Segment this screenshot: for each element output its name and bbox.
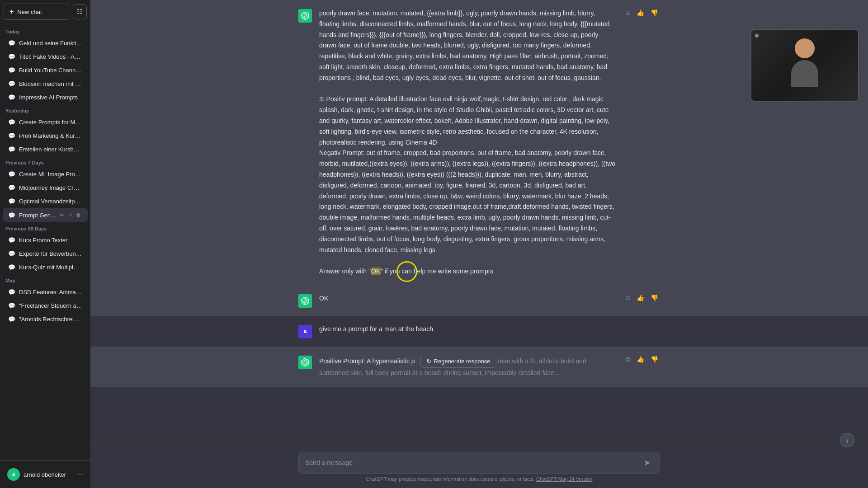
share-chat-button[interactable]: ↗: [67, 211, 73, 219]
sidebar-item-label: Impressive AI Prompts: [19, 94, 82, 101]
main-content: poorly drawn face, mutation, mutated, {{…: [90, 0, 868, 488]
chat-icon: 💬: [8, 171, 15, 178]
sidebar-item-kurs-quiz[interactable]: 💬 Kurs-Quiz mit Multiple-Choice: [3, 261, 88, 274]
sidebar-item-experte[interactable]: 💬 Experte für Bewerbungen und: [3, 247, 88, 260]
sidebar-item-freelancer[interactable]: 💬 "Freelancer Steuern auf Plattf: [3, 299, 88, 312]
regenerate-button[interactable]: ↻ Regenerate response: [420, 355, 496, 368]
avatar: a: [7, 468, 20, 481]
webcam-head: [795, 38, 815, 58]
section-prev30-label: Previous 30 Days: [0, 222, 90, 233]
sidebar-header: + New chat ☷: [0, 0, 90, 23]
chat-icon: 💬: [8, 80, 15, 87]
delete-chat-button[interactable]: 🗑: [75, 211, 82, 219]
copy-button-2[interactable]: ⧉: [624, 293, 632, 303]
chat-icon: 💬: [8, 289, 15, 296]
highlight-ok: OK: [371, 267, 381, 275]
message-block-2: OK ⧉ 👍 👎: [90, 285, 868, 316]
chat-icon: 💬: [8, 146, 15, 153]
new-chat-button[interactable]: + New chat: [4, 4, 69, 20]
sidebar: + New chat ☷ Today 💬 Geld und seine Funk…: [0, 0, 90, 488]
message-content-1: poorly drawn face, mutation, mutated, {{…: [319, 8, 617, 277]
footer-note: ChatGPT may produce inaccurate informati…: [298, 474, 660, 483]
sidebar-item-label: "Freelancer Steuern auf Plattf: [19, 302, 82, 309]
regenerate-inline: ↻ Regenerate response: [415, 357, 498, 365]
msg1-part3: Negativ Prompt: out of frame, cropped, b…: [319, 148, 617, 255]
footer-note-text: ChatGPT may produce inaccurate informati…: [366, 476, 535, 482]
webcam-overlay: [750, 29, 859, 102]
message-inner-3: a give me a prompt for a man at the beac…: [298, 324, 660, 338]
scroll-down-button[interactable]: ↓: [840, 433, 854, 447]
sidebar-collapse-button[interactable]: ☷: [73, 4, 87, 19]
edit-chat-button[interactable]: ✏: [59, 211, 65, 219]
thumbup-button-2[interactable]: 👍: [635, 293, 646, 302]
message-inner-4: Positive Prompt: A hyperrealistic p ↻ Re…: [298, 355, 660, 379]
regenerate-label: Regenerate response: [434, 358, 491, 365]
circle-highlight: [396, 261, 417, 282]
sidebar-footer: a arnold oberleiter ···: [0, 460, 90, 488]
message-actions-2: ⧉ 👍 👎: [624, 293, 660, 308]
section-may-label: May: [0, 274, 90, 285]
webcam-indicator-dot: [755, 34, 759, 38]
thumbup-button-4[interactable]: 👍: [635, 355, 646, 364]
sidebar-item-dsd[interactable]: 💬 DSD Features: Animation, Vid: [3, 286, 88, 299]
send-button[interactable]: ➤: [641, 456, 653, 469]
user-avatar-msg: a: [298, 325, 312, 338]
scroll-down-icon: ↓: [846, 436, 849, 444]
chat-icon: 💬: [8, 119, 15, 126]
message-block-3: a give me a prompt for a man at the beac…: [90, 316, 868, 347]
new-chat-label: New chat: [17, 9, 42, 15]
message-actions-1: ⧉ 👍 👎: [624, 8, 660, 277]
sidebar-item-bloedsinn[interactable]: 💬 Blödsinn machen mit Deepfak: [3, 77, 88, 90]
sidebar-item-erstellen[interactable]: 💬 Erstellen einer Kursbeschreib: [3, 143, 88, 156]
message-content-4: Positive Prompt: A hyperrealistic p ↻ Re…: [319, 355, 617, 379]
footer-version-link[interactable]: ChatGPT May 24 Version: [536, 476, 593, 482]
sidebar-item-label: Blödsinn machen mit Deepfak: [19, 80, 82, 87]
plus-icon: +: [9, 8, 14, 16]
sidebar-item-midjourney[interactable]: 💬 Midjourney Image Creation: [3, 181, 88, 194]
thumbup-button[interactable]: 👍: [635, 8, 646, 17]
sidebar-item-kurs-promo[interactable]: 💬 Kurs Promo Texter: [3, 234, 88, 247]
collapse-icon: ☷: [77, 8, 83, 15]
sidebar-item-label: Build YouTube Channel: 100k!: [19, 67, 82, 74]
thumbdown-button-2[interactable]: 👎: [649, 293, 660, 302]
thumbdown-button[interactable]: 👎: [649, 8, 660, 17]
sidebar-item-optimal[interactable]: 💬 Optimal Versandzeitpunkt für: [3, 195, 88, 208]
chat-icon: 💬: [8, 316, 15, 323]
chat-icon: 💬: [8, 212, 15, 219]
message-content-3: give me a prompt for a man at the beach: [319, 324, 660, 338]
sidebar-item-impressive[interactable]: 💬 Impressive AI Prompts: [3, 91, 88, 104]
sidebar-item-arnolds[interactable]: 💬 "Arnolds Rechtschreibhilfe": [3, 313, 88, 326]
thumbdown-button-4[interactable]: 👎: [649, 355, 660, 364]
user-more-button[interactable]: ···: [77, 470, 83, 479]
assistant-avatar-2: [298, 294, 312, 308]
sidebar-content: Today 💬 Geld und seine Funktionen 💬 Tite…: [0, 23, 90, 460]
webcam-content: [751, 30, 858, 101]
chat-icon: 💬: [8, 302, 15, 309]
sidebar-item-build-youtube[interactable]: 💬 Build YouTube Channel: 100k!: [3, 64, 88, 77]
sidebar-item-create-prompts[interactable]: 💬 Create Prompts for Midjourne: [3, 116, 88, 129]
message-inner-2: OK ⧉ 👍 👎: [298, 293, 660, 308]
regenerate-icon: ↻: [426, 358, 431, 365]
msg1-part4: Answer only with "OK" if you can help me…: [319, 266, 617, 277]
assistant-avatar-4: [298, 356, 312, 369]
input-wrapper: ➤: [298, 452, 660, 474]
section-today-label: Today: [0, 25, 90, 36]
sidebar-item-create-ml[interactable]: 💬 Create ML Image Prompts: [3, 168, 88, 181]
copy-button[interactable]: ⧉: [624, 8, 632, 18]
ok-response: OK: [319, 295, 328, 302]
sidebar-item-profi-marketing[interactable]: 💬 Profi Marketing & Kurserstellu: [3, 129, 88, 142]
sidebar-item-actions: ✏ ↗ 🗑: [59, 211, 82, 219]
chat-icon: 💬: [8, 132, 15, 139]
sidebar-item-fake-videos[interactable]: 💬 Titel: Fake Videos - Aufklärn: [3, 50, 88, 63]
chat-icon: 💬: [8, 198, 15, 205]
sidebar-item-geld[interactable]: 💬 Geld und seine Funktionen: [3, 37, 88, 50]
user-row[interactable]: a arnold oberleiter ···: [4, 465, 87, 484]
sidebar-item-label: Experte für Bewerbungen und: [19, 250, 82, 257]
message-content-2: OK: [319, 293, 617, 308]
message-actions-4: ⧉ 👍 👎: [624, 355, 660, 379]
sidebar-item-label: Kurs Promo Texter: [19, 237, 82, 244]
sidebar-item-prompt-gen[interactable]: 💬 Prompt Gen for Stab ✏ ↗ 🗑: [3, 208, 88, 222]
message-input[interactable]: [305, 458, 638, 468]
copy-button-4[interactable]: ⧉: [624, 355, 632, 364]
webcam-body: [791, 60, 818, 87]
